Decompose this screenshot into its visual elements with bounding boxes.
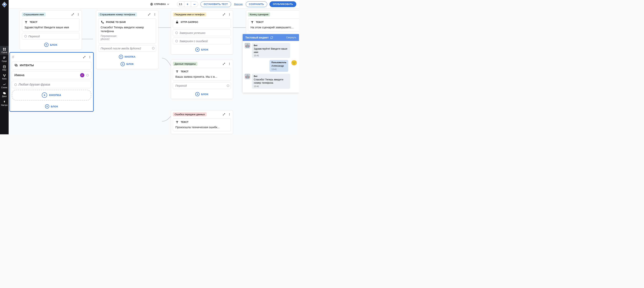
add-block-button[interactable]: +БЛОК [98, 60, 156, 68]
connect-icon[interactable] [71, 13, 74, 16]
chip[interactable]: Конец сценария [248, 12, 270, 16]
transition-port[interactable]: Переход [173, 82, 231, 89]
svg-point-31 [150, 13, 150, 14]
stop-test-button[interactable]: ОСТАНОВИТЬ ТЕСТ [200, 1, 231, 7]
card-ask-phone[interactable]: Спрашиваем номер телефона PHONE TO $VAR … [96, 10, 158, 69]
intents-block[interactable]: ИНТЕНТЫ [12, 61, 91, 69]
nav-faq[interactable]: FAQ [0, 64, 8, 72]
transition-port[interactable]: Переход после ввода $phone2 [98, 45, 156, 52]
chip[interactable]: Спрашиваем имя [22, 12, 46, 16]
add-block-button[interactable]: +БЛОК [173, 46, 231, 53]
publish-button[interactable]: ОПУБЛИКОВАТЬ [270, 1, 296, 7]
connect-icon[interactable] [222, 113, 226, 116]
add-button-row[interactable]: +КНОПКА [12, 90, 91, 101]
svg-point-45 [229, 64, 230, 65]
hash-icon: # [12, 55, 14, 59]
add-block-button[interactable]: +БЛОК [22, 41, 80, 48]
nav-stats[interactable]: Статис [0, 81, 8, 90]
chat-message-bot: 🤖 Бот Спасибо! Теперь введите номер теле… [244, 74, 297, 89]
port-success[interactable]: Завершен успешно [173, 29, 231, 36]
block-text: Произошла техническая ошибк... [176, 125, 228, 129]
svg-point-20 [78, 13, 78, 14]
card-ask-name[interactable]: Спрашиваем имя ТЕКСТ Здравствуйте! Введи… [20, 10, 82, 50]
connect-icon[interactable] [148, 13, 151, 16]
port-dot[interactable] [176, 32, 178, 34]
kebab-icon[interactable] [228, 62, 231, 65]
kebab-icon[interactable] [228, 113, 231, 116]
kebab-icon[interactable] [77, 13, 80, 16]
svg-point-33 [154, 14, 155, 15]
versions-link[interactable]: Версии [234, 3, 244, 5]
card-http[interactable]: Передаем имя и телефон HTTP-ЗАПРОС Завер… [171, 10, 233, 55]
kebab-icon[interactable] [88, 56, 91, 59]
globe-icon [150, 3, 153, 6]
svg-point-9 [4, 76, 4, 77]
intent-label: Имена [14, 73, 24, 77]
chat-title: Тестовый виджет [245, 36, 269, 39]
card-error[interactable]: Ошибка передачи данных ТЕКСТ Произошла т… [171, 110, 233, 134]
zoom-reset[interactable]: 1:1 [177, 1, 184, 7]
chip[interactable]: Данные переданы [173, 62, 198, 66]
chat-collapse[interactable]: Свернуть [286, 36, 296, 39]
nav-channels[interactable]: Кана [0, 72, 8, 81]
transition-port[interactable]: Переход [22, 33, 80, 40]
text-block[interactable]: ТЕКСТ Здравствуйте! Введите ваше имя [22, 18, 80, 31]
connect-icon[interactable] [222, 62, 226, 65]
block-text: Спасибо! Теперь введите номер телефона [100, 25, 154, 33]
block-text: Здравствуйте! Введите ваше имя [24, 25, 77, 29]
chip[interactable]: Передаем имя и телефон [173, 12, 206, 16]
port-dot[interactable] [14, 83, 17, 86]
add-button-row[interactable]: +КНОПКА [98, 53, 156, 60]
refresh-icon[interactable] [270, 36, 273, 39]
svg-point-49 [229, 114, 230, 115]
svg-rect-3 [4, 48, 6, 49]
svg-point-34 [154, 15, 155, 16]
zoom-in[interactable]: + [184, 1, 191, 7]
port-dot[interactable] [86, 74, 89, 77]
text-icon [176, 70, 179, 73]
nav-settings[interactable]: Настро [0, 99, 8, 108]
phone-icon [100, 20, 104, 24]
port-dot[interactable] [227, 84, 229, 87]
add-block-button[interactable]: +БЛОК [173, 91, 231, 98]
bot-avatar-icon: 🤖 [244, 43, 250, 49]
kebab-icon[interactable] [228, 13, 231, 16]
text-block[interactable]: ТЕКСТ Ваша заявка принята. Мы с в... [173, 68, 231, 81]
nav-entities[interactable]: Сущн [0, 55, 8, 64]
text-icon [176, 120, 179, 124]
http-block[interactable]: HTTP-ЗАПРОС [173, 18, 231, 28]
msg-time: 13:41 [254, 85, 288, 87]
connect-icon[interactable] [222, 13, 226, 16]
port-dot[interactable] [176, 40, 178, 42]
card-data-sent[interactable]: Данные переданы ТЕКСТ Ваша заявка принят… [171, 60, 233, 99]
nav-scenarios[interactable]: Сцена [0, 46, 8, 55]
help-dropdown[interactable]: СПРАВКА [150, 3, 169, 6]
card-intents[interactable]: # ИНТЕНТЫ Имена Любая другая фраза [10, 52, 94, 112]
chip[interactable]: Ошибка передачи данных [173, 112, 206, 116]
svg-point-46 [223, 115, 224, 115]
block-text: Ваша заявка принята. Мы с в... [176, 75, 228, 79]
connect-icon[interactable] [83, 56, 86, 59]
svg-point-35 [223, 15, 224, 15]
text-block[interactable]: ТЕКСТ На этом сценарий завершаетс... [248, 18, 299, 31]
fallback-port[interactable]: Любая другая фраза [12, 81, 91, 88]
block-kind-label: PHONE TO $VAR [106, 21, 126, 23]
msg-text: Александр [272, 64, 286, 68]
user-avatar-icon: 🙂 [291, 60, 297, 72]
chat-body: 🤖 Бот Здравствуйте! Введите ваше имя 13:… [243, 41, 299, 93]
port-dot[interactable] [152, 47, 154, 50]
port-error[interactable]: Завершен с ошибкой [173, 38, 231, 44]
svg-point-8 [5, 74, 6, 75]
port-dot[interactable] [24, 35, 27, 37]
phone-block[interactable]: PHONE TO $VAR Спасибо! Теперь введите но… [98, 18, 156, 43]
intent-item[interactable]: Имена [12, 71, 91, 79]
block-kind-label: HTTP-ЗАПРОС [181, 21, 198, 23]
chip[interactable]: Спрашиваем номер телефона [98, 12, 137, 16]
nav-dialogs[interactable]: Диал [0, 90, 8, 99]
zoom-out[interactable]: – [191, 1, 198, 7]
svg-point-7 [3, 74, 4, 75]
save-button[interactable]: СОХРАНИТЬ [246, 1, 268, 7]
kebab-icon[interactable] [153, 13, 156, 16]
add-block-button[interactable]: +БЛОК [12, 103, 91, 110]
text-block[interactable]: ТЕКСТ Произошла техническая ошибк... [173, 118, 231, 131]
